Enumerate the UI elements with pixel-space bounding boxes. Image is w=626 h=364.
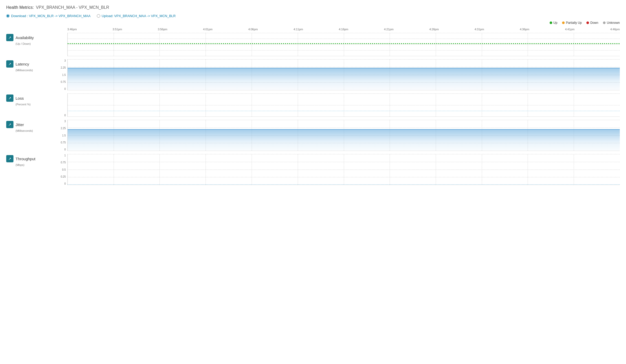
jitter-line (68, 129, 620, 130)
download-radio[interactable] (6, 14, 10, 18)
availability-icon[interactable]: ↗ (6, 34, 13, 41)
loss-section: ↗ Loss (Percent %) 0 (6, 93, 620, 117)
upload-option[interactable]: Upload: VPX_BRANCH_MAA -> VPX_MCN_BLR (97, 14, 176, 18)
partially-up-label: Partially Up (566, 21, 582, 25)
jitter-section: ↗ Jitter (Milliseconds) 3 2.25 1.5 0.75 … (6, 120, 620, 151)
availability-section: ↗ Availability (Up / Down) (6, 33, 620, 56)
latency-yaxis: 3 2.25 1.5 0.75 0 (58, 59, 67, 90)
loss-plot (67, 93, 620, 117)
jitter-chart-area: 3 2.25 1.5 0.75 0 (58, 120, 620, 151)
throughput-chart-area: 1 0.75 0.5 0.25 0 (58, 154, 620, 185)
down-label: Down (590, 21, 598, 25)
legend-up: Up (550, 21, 557, 25)
latency-line (68, 68, 620, 68)
loss-label-col: ↗ Loss (Percent %) (6, 93, 58, 117)
throughput-title: Throughput (16, 157, 35, 161)
loss-unit: (Percent %) (16, 103, 58, 106)
download-label: Download : VPX_MCN_BLR -> VPX_BRANCH_MAA (11, 14, 91, 18)
up-label: Up (554, 21, 557, 25)
availability-plot (67, 33, 620, 56)
throughput-section: ↗ Throughput (Mbps) 1 0.75 0.5 0.25 0 (6, 154, 620, 185)
latency-plot (67, 59, 620, 90)
loss-title: Loss (16, 96, 24, 100)
latency-area-fill (68, 68, 620, 90)
throughput-yaxis: 1 0.75 0.5 0.25 0 (58, 154, 67, 185)
latency-icon[interactable]: ↗ (6, 60, 13, 68)
route-label: VPX_BRANCH_MAA - VPX_MCN_BLR (36, 5, 109, 10)
jitter-label-col: ↗ Jitter (Milliseconds) (6, 120, 58, 151)
down-dot (586, 21, 589, 24)
jitter-area-fill (68, 129, 620, 151)
upload-label: Upload: VPX_BRANCH_MAA -> VPX_MCN_BLR (102, 14, 176, 18)
throughput-plot (67, 154, 620, 185)
latency-chart-area: 3 2.25 1.5 0.75 0 (58, 59, 620, 90)
throughput-zero-line (68, 184, 620, 185)
loss-icon[interactable]: ↗ (6, 94, 13, 102)
throughput-unit: (Mbps) (16, 163, 58, 166)
upload-radio[interactable] (97, 14, 100, 18)
legend-bar: Up Partially Up Down Unknown (6, 21, 620, 25)
partially-up-dot (562, 21, 565, 24)
loss-zero-line (68, 111, 620, 111)
download-option[interactable]: Download : VPX_MCN_BLR -> VPX_BRANCH_MAA (6, 14, 91, 18)
unknown-dot (603, 21, 606, 24)
loss-yaxis: 0 (58, 93, 67, 117)
unknown-label: Unknown (607, 21, 620, 25)
throughput-icon[interactable]: ↗ (6, 155, 13, 162)
availability-unit: (Up / Down) (16, 42, 58, 45)
throughput-label-col: ↗ Throughput (Mbps) (6, 154, 58, 185)
availability-title: Availability (16, 35, 34, 40)
availability-line (68, 43, 620, 44)
up-dot (550, 21, 552, 24)
jitter-icon[interactable]: ↗ (6, 121, 13, 128)
time-axis: 3:46pm 3:51pm 3:56pm 4:01pm 4:06pm 4:11p… (58, 27, 620, 32)
page-header: Health Metrics: VPX_BRANCH_MAA - VPX_MCN… (6, 5, 620, 10)
latency-unit: (Milliseconds) (16, 69, 58, 72)
availability-chart-area (58, 33, 620, 56)
legend-unknown: Unknown (603, 21, 620, 25)
jitter-yaxis: 3 2.25 1.5 0.75 0 (58, 120, 67, 151)
latency-title: Latency (16, 62, 29, 66)
latency-section: ↗ Latency (Milliseconds) 3 2.25 1.5 0.75… (6, 59, 620, 90)
direction-selector: Download : VPX_MCN_BLR -> VPX_BRANCH_MAA… (6, 14, 620, 18)
jitter-title: Jitter (16, 122, 24, 127)
availability-yaxis (58, 33, 67, 56)
legend-partially-up: Partially Up (562, 21, 582, 25)
legend-down: Down (586, 21, 598, 25)
time-axis-area: 3:46pm 3:51pm 3:56pm 4:01pm 4:06pm 4:11p… (58, 27, 620, 32)
health-metrics-label: Health Metrics: (6, 5, 34, 10)
latency-label-col: ↗ Latency (Milliseconds) (6, 59, 58, 90)
jitter-plot (67, 120, 620, 151)
jitter-unit: (Milliseconds) (16, 129, 58, 132)
availability-label-col: ↗ Availability (Up / Down) (6, 33, 58, 56)
loss-chart-area: 0 (58, 93, 620, 117)
